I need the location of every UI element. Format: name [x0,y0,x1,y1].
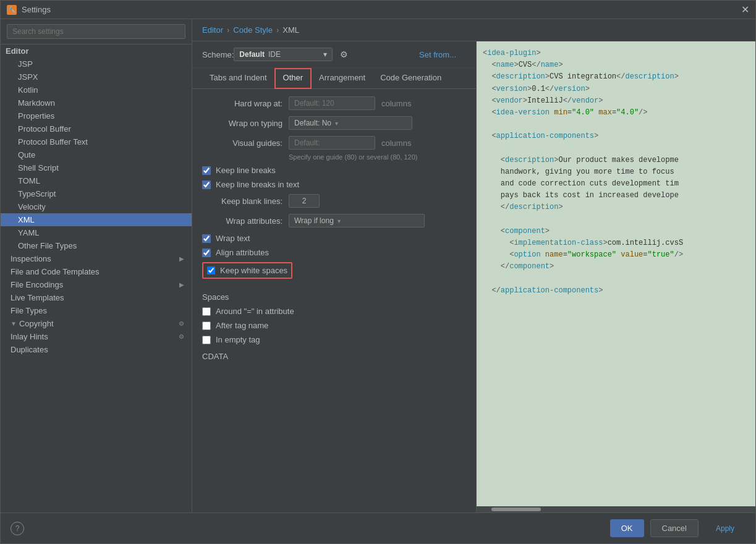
keep-line-breaks-text-checkbox[interactable] [202,181,211,189]
sidebar-item-typescript[interactable]: TypeScript [1,187,192,200]
tab-other[interactable]: Other [274,68,312,89]
wrap-attr-arrow-icon: ▾ [338,218,341,224]
around-equals-label[interactable]: Around "=" in attribute [216,307,294,316]
keep-white-spaces-highlighted-row: Keep white spaces [202,262,292,279]
spaces-section-header: Spaces [202,292,466,302]
main-panel: Editor › Code Style › XML Scheme: De [192,19,755,512]
sidebar-item-kotlin[interactable]: Kotlin [1,83,192,96]
sidebar: Editor JSP JSPX Kotlin Markdown Properti… [1,19,192,512]
visual-guides-label: Visual guides: [202,138,282,148]
sidebar-item-live-templates[interactable]: Live Templates [1,291,192,304]
settings-panel: Scheme: Default IDE ▾ ⚙ Set from... [192,41,477,512]
around-equals-checkbox[interactable] [202,307,211,316]
sidebar-item-inlay-hints[interactable]: Inlay Hints ⚙ [1,330,192,343]
align-attributes-label[interactable]: Align attributes [216,248,269,257]
sidebar-tree: Editor JSP JSPX Kotlin Markdown Properti… [1,45,192,512]
title-bar: 🔧 Settings ✕ [1,1,755,19]
hard-wrap-input[interactable] [289,96,375,110]
scheme-label: Scheme: [202,50,234,59]
wrap-typing-arrow-icon: ▾ [335,120,338,127]
settings-icon: ⚙ [179,320,184,327]
sidebar-item-file-code-templates[interactable]: File and Code Templates [1,265,192,278]
sidebar-item-qute[interactable]: Qute [1,148,192,161]
sidebar-item-file-encodings[interactable]: File Encodings ▶ [1,278,192,291]
sidebar-item-other-file-types[interactable]: Other File Types [1,239,192,252]
close-button[interactable]: ✕ [741,4,749,15]
visual-guides-hint: Specify one guide (80) or several (80, 1… [202,153,466,161]
bottom-bar: ? OK Cancel Apply [1,512,755,543]
keep-blank-lines-label: Keep blank lines: [202,197,282,206]
sidebar-item-shell-script[interactable]: Shell Script [1,161,192,174]
sidebar-item-file-types[interactable]: File Types [1,304,192,317]
tab-tabs-and-indent[interactable]: Tabs and Indent [202,68,274,88]
search-input[interactable] [7,24,185,39]
in-empty-tag-label[interactable]: In empty tag [216,335,260,344]
bottom-right: OK Cancel Apply [610,519,745,537]
after-tag-name-row: After tag name [202,321,466,330]
sidebar-item-markdown[interactable]: Markdown [1,96,192,109]
keep-line-breaks-text-row: Keep line breaks in text [202,180,466,189]
wrap-attributes-dropdown[interactable]: Wrap if long ▾ [289,214,425,227]
keep-blank-lines-input[interactable] [289,194,320,208]
sidebar-item-velocity[interactable]: Velocity [1,200,192,213]
cdata-section-header: CDATA [202,352,466,361]
code-preview: <idea-plugin> <name>CVS</name> <descript… [477,41,755,512]
wrap-attributes-label: Wrap attributes: [202,216,282,226]
cancel-button[interactable]: Cancel [650,519,699,537]
sidebar-item-inspections[interactable]: Inspections ▶ [1,252,192,265]
wrap-text-label[interactable]: Wrap text [216,234,250,243]
keep-line-breaks-row: Keep line breaks [202,166,466,175]
breadcrumb-xml: XML [282,25,299,35]
help-button[interactable]: ? [11,522,24,535]
hard-wrap-label: Hard wrap at: [202,99,282,108]
scheme-dropdown[interactable]: Default IDE ▾ [234,48,333,61]
scheme-gear-icon[interactable]: ⚙ [340,49,348,59]
after-tag-name-label[interactable]: After tag name [216,321,268,330]
apply-button[interactable]: Apply [705,519,745,537]
wrap-attributes-row: Wrap attributes: Wrap if long ▾ [202,214,466,227]
sidebar-item-xml[interactable]: XML [1,213,192,226]
visual-guides-input[interactable] [289,136,375,150]
wrap-text-checkbox[interactable] [202,234,211,243]
sidebar-item-copyright[interactable]: ▼ Copyright ⚙ [1,317,192,330]
align-attributes-row: Align attributes [202,248,466,257]
sidebar-item-properties[interactable]: Properties [1,109,192,122]
sidebar-item-protocol-buffer[interactable]: Protocol Buffer [1,122,192,135]
scheme-rest-text: IDE [268,50,281,59]
breadcrumb-editor[interactable]: Editor [202,25,223,35]
keep-blank-lines-row: Keep blank lines: [202,194,466,208]
tab-code-generation[interactable]: Code Generation [373,68,449,88]
sidebar-item-yaml[interactable]: YAML [1,226,192,239]
tab-arrangement[interactable]: Arrangement [312,68,373,88]
breadcrumb-sep-2: › [276,25,279,35]
in-empty-tag-checkbox[interactable] [202,336,211,344]
align-attributes-checkbox[interactable] [202,249,211,257]
form-area: Hard wrap at: columns Wrap on typing Def… [192,89,476,512]
keep-white-spaces-checkbox[interactable] [207,266,215,274]
tabs-bar: Tabs and Indent Other Arrangement Code G… [192,68,476,89]
sidebar-item-toml[interactable]: TOML [1,174,192,187]
ok-button[interactable]: OK [610,519,644,537]
in-empty-tag-row: In empty tag [202,335,466,344]
expand-icon-3: ⚙ [179,333,184,340]
breadcrumb-code-style[interactable]: Code Style [233,25,273,35]
sidebar-item-jsp[interactable]: JSP [1,57,192,70]
visual-guides-row: Visual guides: columns [202,136,466,150]
sidebar-item-protocol-buffer-text[interactable]: Protocol Buffer Text [1,135,192,148]
horizontal-scrollbar[interactable] [477,506,755,512]
after-tag-name-checkbox[interactable] [202,321,211,330]
wrap-on-typing-dropdown[interactable]: Default: No ▾ [289,116,412,130]
keep-line-breaks-label[interactable]: Keep line breaks [216,166,276,175]
collapse-icon: ▼ [11,320,17,327]
keep-line-breaks-checkbox[interactable] [202,166,211,175]
sidebar-item-duplicates[interactable]: Duplicates [1,343,192,356]
sidebar-item-jspx[interactable]: JSPX [1,70,192,83]
wrap-text-row: Wrap text [202,234,466,243]
set-from-link[interactable]: Set from... [348,50,466,59]
sidebar-section-editor[interactable]: Editor [1,45,192,57]
scrollbar-thumb[interactable] [491,508,541,511]
settings-window: 🔧 Settings ✕ Editor JSP JSPX Kotlin Mark… [0,0,756,544]
keep-white-spaces-label[interactable]: Keep white spaces [220,266,287,275]
wrap-on-typing-label: Wrap on typing [202,119,282,128]
keep-line-breaks-text-label[interactable]: Keep line breaks in text [216,180,299,189]
